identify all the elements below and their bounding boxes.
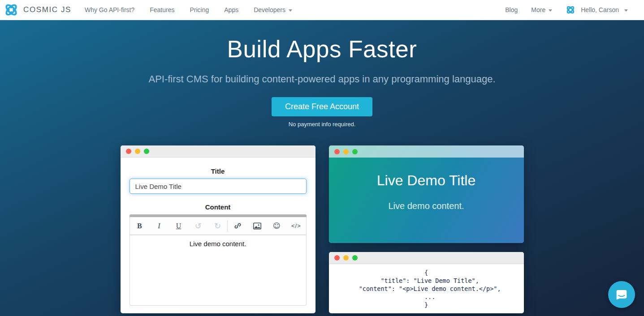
image-icon <box>253 222 261 230</box>
nav-item-apps[interactable]: Apps <box>224 6 238 13</box>
close-window-icon[interactable] <box>126 149 131 154</box>
editor-form: Title Content B I U ↺ ↻ <box>121 158 316 306</box>
nav-item-pricing[interactable]: Pricing <box>190 6 209 13</box>
content-editor[interactable]: Live demo content. <box>130 235 307 306</box>
user-menu[interactable]: Hello, Carson <box>566 5 628 15</box>
preview-content: Live demo content. <box>329 201 524 211</box>
editor-window: Title Content B I U ↺ ↻ <box>121 145 316 313</box>
title-input[interactable] <box>130 179 307 194</box>
code-window: { "title": "Live Demo Title", "content":… <box>329 252 524 313</box>
bold-button[interactable]: B <box>130 217 150 235</box>
link-button[interactable] <box>228 217 247 235</box>
zoom-window-icon[interactable] <box>352 255 358 260</box>
nav-item-features[interactable]: Features <box>150 6 174 13</box>
window-titlebar <box>121 145 316 158</box>
nav-item-more-label: More <box>531 6 545 13</box>
hero-section: Build Apps Faster API-first CMS for buil… <box>0 20 644 316</box>
code-line: "title": "Live Demo Title", <box>335 277 518 285</box>
minimize-window-icon[interactable] <box>343 149 349 154</box>
chevron-down-icon <box>624 9 628 12</box>
window-titlebar <box>329 252 524 264</box>
code-line: { <box>335 269 518 277</box>
code-line: } <box>335 301 518 309</box>
minimize-window-icon[interactable] <box>135 149 140 154</box>
hero-subtitle: API-first CMS for building content-power… <box>0 73 644 85</box>
page-title: Build Apps Faster <box>0 20 644 63</box>
nav-item-developers[interactable]: Developers <box>254 6 292 13</box>
create-free-account-button[interactable]: Create Free Account <box>272 97 372 116</box>
code-line: ... <box>335 293 518 301</box>
underline-button[interactable]: U <box>169 217 189 235</box>
json-code-block: { "title": "Live Demo Title", "content":… <box>329 264 524 313</box>
chat-launcher-button[interactable] <box>608 281 635 308</box>
brand-logo[interactable]: COSMIC JS <box>4 2 71 17</box>
nav-item-blog[interactable]: Blog <box>505 6 518 13</box>
zoom-window-icon[interactable] <box>352 149 358 154</box>
cosmicjs-logo-icon <box>4 2 19 17</box>
preview-body: Live Demo Title Live demo content. <box>329 172 524 211</box>
close-window-icon[interactable] <box>334 255 340 260</box>
chevron-down-icon <box>289 9 292 12</box>
redo-icon[interactable]: ↻ <box>208 217 228 235</box>
close-window-icon[interactable] <box>334 149 340 154</box>
rich-text-toolbar: B I U ↺ ↻ <box>130 217 307 235</box>
nav-item-why-api-first[interactable]: Why Go API-first? <box>85 6 134 13</box>
chat-bubble-icon <box>614 287 629 302</box>
live-demo-area: Title Content B I U ↺ ↻ <box>121 145 524 313</box>
primary-nav: Why Go API-first? Features Pricing Apps … <box>85 6 292 13</box>
insert-image-button[interactable] <box>247 217 267 235</box>
title-field-label: Title <box>130 167 307 175</box>
italic-button[interactable]: I <box>149 217 169 235</box>
secondary-nav: Blog More Hello, Carson <box>505 5 628 15</box>
code-line: "content": "<p>Live demo content.</p>", <box>335 285 518 293</box>
cta-note: No payment info required. <box>0 121 644 128</box>
nav-item-developers-label: Developers <box>254 6 285 13</box>
chevron-down-icon <box>549 9 552 12</box>
brand-name: COSMIC JS <box>23 5 71 14</box>
emoji-button[interactable]: ☺ <box>267 217 286 235</box>
nav-item-more[interactable]: More <box>531 6 552 13</box>
link-icon <box>234 222 242 230</box>
content-field-label: Content <box>130 203 307 211</box>
zoom-window-icon[interactable] <box>144 149 149 154</box>
minimize-window-icon[interactable] <box>343 255 349 260</box>
window-titlebar <box>329 145 524 158</box>
preview-window: Live Demo Title Live demo content. <box>329 145 524 243</box>
undo-icon[interactable]: ↺ <box>188 217 208 235</box>
user-greeting: Hello, Carson <box>581 6 619 13</box>
user-avatar-icon <box>566 5 575 15</box>
top-navbar: COSMIC JS Why Go API-first? Features Pri… <box>0 0 644 20</box>
preview-title: Live Demo Title <box>329 172 524 189</box>
html-code-button[interactable]: </> <box>286 217 306 235</box>
